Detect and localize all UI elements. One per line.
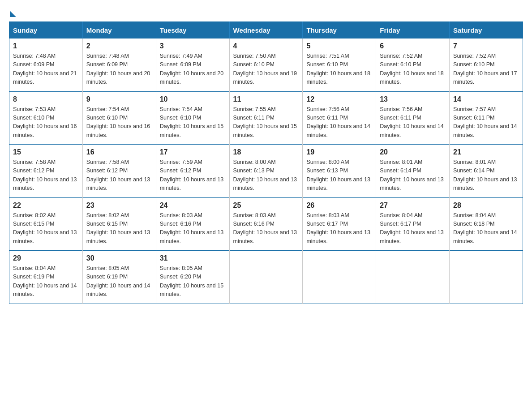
day-number: 17: [160, 148, 226, 156]
day-info: Sunrise: 8:00 AMSunset: 6:13 PMDaylight:…: [306, 159, 370, 191]
calendar-cell: 22 Sunrise: 8:02 AMSunset: 6:15 PMDaylig…: [9, 197, 83, 251]
day-info: Sunrise: 7:54 AMSunset: 6:10 PMDaylight:…: [160, 106, 223, 138]
day-info: Sunrise: 8:03 AMSunset: 6:16 PMDaylight:…: [233, 212, 297, 244]
calendar-cell: 23 Sunrise: 8:02 AMSunset: 6:15 PMDaylig…: [82, 197, 156, 251]
day-number: 6: [380, 42, 446, 50]
day-number: 21: [453, 148, 519, 156]
weekday-header-monday: Monday: [82, 22, 156, 39]
day-number: 5: [306, 42, 372, 50]
calendar-cell: 2 Sunrise: 7:48 AMSunset: 6:09 PMDayligh…: [82, 39, 156, 91]
day-info: Sunrise: 7:52 AMSunset: 6:10 PMDaylight:…: [380, 53, 443, 85]
day-number: 11: [233, 95, 299, 103]
calendar-cell: 7 Sunrise: 7:52 AMSunset: 6:10 PMDayligh…: [450, 39, 523, 91]
calendar-cell: [229, 251, 303, 304]
day-number: 14: [453, 95, 519, 103]
day-info: Sunrise: 7:49 AMSunset: 6:09 PMDaylight:…: [160, 53, 223, 85]
day-number: 23: [86, 201, 152, 210]
calendar-cell: [376, 251, 450, 304]
day-info: Sunrise: 8:01 AMSunset: 6:14 PMDaylight:…: [453, 159, 517, 191]
calendar-cell: 30 Sunrise: 8:05 AMSunset: 6:19 PMDaylig…: [82, 251, 156, 304]
calendar-cell: 18 Sunrise: 8:00 AMSunset: 6:13 PMDaylig…: [229, 145, 303, 198]
day-info: Sunrise: 7:58 AMSunset: 6:12 PMDaylight:…: [13, 159, 77, 191]
day-number: 18: [233, 148, 299, 156]
calendar-cell: 5 Sunrise: 7:51 AMSunset: 6:10 PMDayligh…: [303, 39, 376, 91]
day-info: Sunrise: 8:05 AMSunset: 6:20 PMDaylight:…: [160, 265, 223, 297]
calendar-cell: [303, 251, 376, 304]
calendar-table: SundayMondayTuesdayWednesdayThursdayFrid…: [9, 21, 523, 304]
weekday-header-saturday: Saturday: [450, 22, 523, 39]
day-number: 2: [86, 42, 152, 50]
weekday-header-sunday: Sunday: [9, 22, 83, 39]
day-info: Sunrise: 8:02 AMSunset: 6:15 PMDaylight:…: [13, 212, 77, 244]
day-info: Sunrise: 7:59 AMSunset: 6:12 PMDaylight:…: [160, 159, 223, 191]
calendar-cell: 31 Sunrise: 8:05 AMSunset: 6:20 PMDaylig…: [156, 251, 229, 304]
calendar-cell: 6 Sunrise: 7:52 AMSunset: 6:10 PMDayligh…: [376, 39, 450, 91]
calendar-cell: 13 Sunrise: 7:56 AMSunset: 6:11 PMDaylig…: [376, 91, 450, 145]
day-number: 9: [86, 95, 152, 103]
calendar-cell: 20 Sunrise: 8:01 AMSunset: 6:14 PMDaylig…: [376, 145, 450, 198]
day-number: 28: [453, 201, 519, 210]
day-info: Sunrise: 8:04 AMSunset: 6:19 PMDaylight:…: [13, 265, 77, 297]
day-info: Sunrise: 7:53 AMSunset: 6:10 PMDaylight:…: [13, 106, 77, 138]
day-info: Sunrise: 8:03 AMSunset: 6:16 PMDaylight:…: [160, 212, 223, 244]
week-row-1: 1 Sunrise: 7:48 AMSunset: 6:09 PMDayligh…: [9, 39, 523, 91]
day-number: 16: [86, 148, 152, 156]
day-number: 10: [160, 95, 226, 103]
week-row-2: 8 Sunrise: 7:53 AMSunset: 6:10 PMDayligh…: [9, 91, 523, 145]
day-number: 26: [306, 201, 372, 210]
calendar-cell: 8 Sunrise: 7:53 AMSunset: 6:10 PMDayligh…: [9, 91, 83, 145]
day-number: 29: [13, 254, 79, 262]
day-number: 3: [160, 42, 226, 50]
day-number: 1: [13, 42, 79, 50]
day-info: Sunrise: 7:51 AMSunset: 6:10 PMDaylight:…: [306, 53, 370, 85]
day-number: 12: [306, 95, 372, 103]
weekday-header-friday: Friday: [376, 22, 450, 39]
day-number: 13: [380, 95, 446, 103]
day-number: 31: [160, 254, 226, 262]
calendar-cell: 25 Sunrise: 8:03 AMSunset: 6:16 PMDaylig…: [229, 197, 303, 251]
logo: [9, 9, 16, 17]
week-row-3: 15 Sunrise: 7:58 AMSunset: 6:12 PMDaylig…: [9, 145, 523, 198]
day-info: Sunrise: 7:55 AMSunset: 6:11 PMDaylight:…: [233, 106, 297, 138]
day-info: Sunrise: 8:04 AMSunset: 6:18 PMDaylight:…: [453, 212, 517, 244]
day-number: 27: [380, 201, 446, 210]
calendar-cell: 3 Sunrise: 7:49 AMSunset: 6:09 PMDayligh…: [156, 39, 229, 91]
day-info: Sunrise: 7:52 AMSunset: 6:10 PMDaylight:…: [453, 53, 517, 85]
calendar-cell: 28 Sunrise: 8:04 AMSunset: 6:18 PMDaylig…: [450, 197, 523, 251]
calendar-cell: 29 Sunrise: 8:04 AMSunset: 6:19 PMDaylig…: [9, 251, 83, 304]
calendar-cell: 4 Sunrise: 7:50 AMSunset: 6:10 PMDayligh…: [229, 39, 303, 91]
day-info: Sunrise: 8:05 AMSunset: 6:19 PMDaylight:…: [86, 265, 150, 297]
day-info: Sunrise: 7:48 AMSunset: 6:09 PMDaylight:…: [13, 53, 77, 85]
logo-arrow-icon: [10, 11, 16, 17]
day-number: 22: [13, 201, 79, 210]
calendar-cell: 1 Sunrise: 7:48 AMSunset: 6:09 PMDayligh…: [9, 39, 83, 91]
weekday-header-thursday: Thursday: [303, 22, 376, 39]
calendar-cell: 24 Sunrise: 8:03 AMSunset: 6:16 PMDaylig…: [156, 197, 229, 251]
weekday-header-wednesday: Wednesday: [229, 22, 303, 39]
calendar-cell: 15 Sunrise: 7:58 AMSunset: 6:12 PMDaylig…: [9, 145, 83, 198]
day-info: Sunrise: 7:56 AMSunset: 6:11 PMDaylight:…: [306, 106, 370, 138]
day-info: Sunrise: 7:57 AMSunset: 6:11 PMDaylight:…: [453, 106, 517, 138]
weekday-header-tuesday: Tuesday: [156, 22, 229, 39]
day-number: 24: [160, 201, 226, 210]
day-info: Sunrise: 8:00 AMSunset: 6:13 PMDaylight:…: [233, 159, 297, 191]
day-info: Sunrise: 8:04 AMSunset: 6:17 PMDaylight:…: [380, 212, 443, 244]
day-number: 20: [380, 148, 446, 156]
day-number: 4: [233, 42, 299, 50]
day-info: Sunrise: 7:48 AMSunset: 6:09 PMDaylight:…: [86, 53, 150, 85]
calendar-cell: 26 Sunrise: 8:03 AMSunset: 6:17 PMDaylig…: [303, 197, 376, 251]
calendar-cell: 12 Sunrise: 7:56 AMSunset: 6:11 PMDaylig…: [303, 91, 376, 145]
day-info: Sunrise: 8:01 AMSunset: 6:14 PMDaylight:…: [380, 159, 443, 191]
day-info: Sunrise: 8:02 AMSunset: 6:15 PMDaylight:…: [86, 212, 150, 244]
calendar-cell: 16 Sunrise: 7:58 AMSunset: 6:12 PMDaylig…: [82, 145, 156, 198]
day-info: Sunrise: 7:54 AMSunset: 6:10 PMDaylight:…: [86, 106, 150, 138]
day-number: 15: [13, 148, 79, 156]
calendar-cell: 19 Sunrise: 8:00 AMSunset: 6:13 PMDaylig…: [303, 145, 376, 198]
calendar-cell: 21 Sunrise: 8:01 AMSunset: 6:14 PMDaylig…: [450, 145, 523, 198]
calendar-cell: 14 Sunrise: 7:57 AMSunset: 6:11 PMDaylig…: [450, 91, 523, 145]
day-info: Sunrise: 8:03 AMSunset: 6:17 PMDaylight:…: [306, 212, 370, 244]
day-number: 19: [306, 148, 372, 156]
day-info: Sunrise: 7:58 AMSunset: 6:12 PMDaylight:…: [86, 159, 150, 191]
day-info: Sunrise: 7:56 AMSunset: 6:11 PMDaylight:…: [380, 106, 443, 138]
week-row-5: 29 Sunrise: 8:04 AMSunset: 6:19 PMDaylig…: [9, 251, 523, 304]
